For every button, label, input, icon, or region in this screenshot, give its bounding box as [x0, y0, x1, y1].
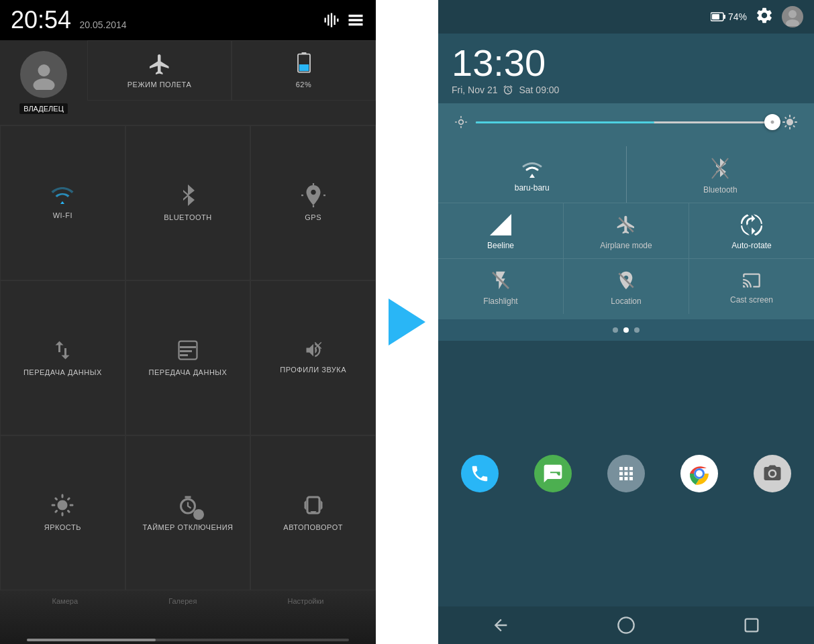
quick-settings-grid: baru-baru Bluetooth Beeline	[438, 141, 814, 319]
qs-location-icon	[615, 270, 637, 291]
right-date: Fri, Nov 21	[452, 85, 497, 95]
svg-rect-1	[327, 15, 329, 25]
brightness-fill	[476, 121, 654, 123]
airplane-tile[interactable]: РЕЖИМ ПОЛЕТА	[87, 40, 232, 101]
qs-autorotate-tile[interactable]: Auto-rotate	[689, 203, 814, 258]
back-button[interactable]	[485, 609, 517, 641]
camera-icon[interactable]	[754, 455, 791, 492]
gps-tile[interactable]: GPS	[250, 125, 376, 280]
bluetooth-tile[interactable]: BLUETOOTH	[125, 125, 251, 280]
brightness-low-icon	[454, 115, 468, 129]
qs-wifi-tile[interactable]: baru-baru	[438, 146, 627, 203]
app-dock	[438, 341, 814, 606]
apps-icon[interactable]	[607, 455, 645, 492]
qs-cast-tile[interactable]: Cast screen	[689, 259, 814, 314]
wifi-tile[interactable]: WI-FI	[0, 125, 125, 280]
qs-airplane-icon	[615, 214, 637, 235]
qs-row-2: Beeline Airplane mode Auto-rotate	[438, 203, 814, 259]
qs-cast-label: Cast screen	[730, 295, 773, 305]
arrow-right-icon	[389, 299, 425, 345]
svg-rect-4	[337, 19, 338, 22]
svg-rect-19	[723, 15, 725, 19]
brightness-tile[interactable]: ЯРКОСТЬ	[0, 435, 125, 590]
svg-rect-12	[299, 64, 308, 71]
qs-bluetooth-tile[interactable]: Bluetooth	[627, 146, 815, 203]
dot-1[interactable]	[613, 327, 618, 333]
profile-name: ВЛАДЕЛЕЦ	[19, 103, 68, 114]
scrollbar[interactable]	[27, 639, 349, 641]
svg-rect-2	[331, 13, 332, 28]
phone-icon[interactable]	[461, 455, 499, 492]
timer-tile[interactable]: ТАЙМЕР ОТКЛЮЧЕНИЯ	[125, 435, 251, 590]
brightness-high-icon	[782, 114, 798, 130]
fade-label-2: Галерея	[168, 597, 197, 605]
back-icon	[491, 616, 510, 635]
profile-row: ВЛАДЕЛЕЦ РЕЖИМ ПОЛЕТА 62%	[0, 40, 376, 125]
qs-flashlight-tile[interactable]: Flashlight	[438, 259, 564, 314]
data-tile-2[interactable]: ПЕРЕДАЧА ДАННЫХ	[125, 280, 251, 435]
qs-cast-icon	[741, 271, 762, 290]
qs-location-tile[interactable]: Location	[564, 259, 689, 314]
qs-bluetooth-icon	[711, 157, 729, 180]
home-button[interactable]	[610, 609, 642, 641]
airplane-icon	[148, 52, 172, 76]
bluetooth-icon	[178, 183, 198, 207]
qs-signal-tile[interactable]: Beeline	[438, 203, 564, 258]
scrollbar-thumb	[27, 639, 156, 641]
sound-tile[interactable]: ПРОФИЛИ ЗВУКА	[250, 280, 376, 435]
nav-bar	[438, 606, 814, 644]
hangouts-icon[interactable]	[534, 455, 572, 492]
gps-icon	[301, 183, 325, 207]
data-tile-1[interactable]: ПЕРЕДАЧА ДАННЫХ	[0, 280, 125, 435]
battery-status-icon	[711, 12, 725, 21]
autorotate-label: АВТОПОВОРОТ	[283, 523, 343, 532]
fade-labels: Камера Галерея Настройки	[0, 590, 376, 612]
volume-x-icon	[312, 339, 324, 352]
data-transfer2-icon	[176, 338, 200, 362]
svg-rect-18	[712, 14, 719, 19]
brightness-knob[interactable]	[764, 114, 780, 130]
dot-2[interactable]	[623, 327, 629, 333]
recents-button[interactable]	[735, 609, 768, 641]
dot-3[interactable]	[634, 327, 640, 333]
user-avatar[interactable]	[782, 6, 803, 28]
svg-point-20	[788, 10, 797, 18]
wifi-icon	[49, 185, 76, 205]
data-transfer-icon	[50, 338, 74, 362]
settings-button[interactable]	[755, 6, 774, 28]
svg-point-32	[770, 471, 775, 476]
tiles-grid: WI-FI BLUETOOTH GPS ПЕРЕДАЧА ДАННЫХ	[0, 125, 376, 590]
qs-airplane-tile[interactable]: Airplane mode	[564, 203, 689, 258]
qs-signal-icon	[490, 214, 511, 235]
airplane-label: РЕЖИМ ПОЛЕТА	[128, 80, 192, 89]
autorotate-icon	[301, 493, 325, 517]
avatar	[20, 51, 67, 98]
battery-tile[interactable]: 62%	[232, 40, 376, 101]
battery-label: 62%	[296, 80, 312, 89]
qs-location-label: Location	[611, 297, 641, 306]
svg-point-9	[33, 78, 54, 90]
qs-signal-label: Beeline	[487, 241, 514, 250]
svg-point-33	[618, 617, 633, 633]
svg-rect-6	[349, 19, 363, 21]
battery-percent: 74%	[728, 11, 747, 22]
autorotate-tile[interactable]: АВТОПОВОРОТ	[250, 435, 376, 590]
qs-row-1: baru-baru Bluetooth	[438, 146, 814, 203]
data-label-2: ПЕРЕДАЧА ДАННЫХ	[149, 368, 227, 377]
left-status-bar: 20:54 20.05.2014	[0, 0, 376, 40]
battery-section: 74%	[711, 11, 747, 22]
right-panel: 74% 13:30 Fri, Nov 21 Sat 09:00	[438, 0, 814, 644]
data-label-1: ПЕРЕДАЧА ДАННЫХ	[23, 368, 102, 377]
svg-marker-22	[529, 174, 535, 178]
svg-marker-25	[490, 214, 511, 235]
bluetooth-label: BLUETOOTH	[164, 213, 212, 222]
chrome-icon[interactable]	[680, 455, 718, 492]
left-time: 20:54	[11, 6, 71, 34]
left-time-date: 20:54 20.05.2014	[11, 6, 127, 34]
home-icon	[617, 616, 635, 635]
svg-point-31	[696, 470, 703, 477]
profile-section[interactable]: ВЛАДЕЛЕЦ	[0, 40, 87, 125]
qs-autorotate-icon	[741, 214, 762, 235]
brightness-slider[interactable]	[476, 121, 774, 123]
left-bottom: Камера Галерея Настройки	[0, 590, 376, 644]
